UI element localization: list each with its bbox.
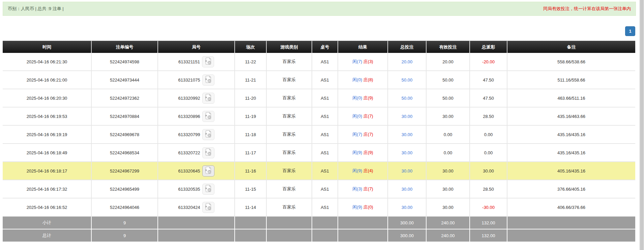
bet-id-cell: 522424969678 [92, 126, 158, 144]
video-record-icon [204, 203, 212, 212]
result-cell: 闲(9) 庄(9) [338, 144, 388, 162]
subtotal-empty-table [312, 217, 338, 229]
time-cell: 2025-04-16 06:18:17 [3, 162, 92, 180]
time-cell: 2025-04-16 06:16:52 [3, 198, 92, 217]
total-label: 总计 [3, 229, 92, 242]
table-id-cell: AS1 [312, 162, 338, 180]
total-empty-remark [507, 229, 635, 242]
col-game-type: 游戏类别 [267, 41, 312, 53]
video-record-icon [204, 185, 212, 193]
payout-cell: 28.50 [470, 180, 507, 198]
video-replay-button[interactable] [202, 202, 214, 213]
round-id: 613321151 [178, 59, 200, 64]
round-cell: 613320799 [158, 126, 235, 144]
col-time: 时间 [3, 41, 92, 53]
total-bet-cell: 30.00 [388, 180, 427, 198]
scrollbar-thumb[interactable] [640, 0, 644, 250]
total-bet-cell: 30.00 [388, 107, 427, 126]
round-cell: 613320992 [158, 89, 235, 107]
notice-message-text: 同局有效投注，统一计算在该局第一张注单内 [543, 6, 631, 12]
session-cell: 11-21 [235, 71, 267, 89]
round-cell: 613320424 [158, 198, 235, 217]
video-replay-button[interactable] [202, 129, 214, 140]
remark-cell: 511.16/558.66 [507, 71, 635, 89]
valid-bet-cell: 50.00 [427, 71, 470, 89]
header-row: 时间注单编号局号场次游戏类别桌号结果总投注有效投注总派彩备注 [3, 41, 635, 53]
col-bet-id: 注单编号 [92, 41, 158, 53]
result-player: 闲(0) [352, 114, 362, 119]
session-cell: 11-20 [235, 89, 267, 107]
table-id-cell: AS1 [312, 107, 338, 126]
time-cell: 2025-04-16 06:19:19 [3, 126, 92, 144]
time-cell: 2025-04-16 06:21:00 [3, 71, 92, 89]
table-id-cell: AS1 [312, 180, 338, 198]
result-player: 闲(0) [352, 95, 362, 100]
session-cell: 11-18 [235, 126, 267, 144]
subtotal-empty-remark [507, 217, 635, 229]
round-id: 613320535 [178, 187, 200, 192]
total-count: 9 [92, 229, 158, 242]
bet-id-cell: 522424964046 [92, 198, 158, 217]
result-player: 闲(7) [352, 59, 362, 64]
session-cell: 11-22 [235, 53, 267, 71]
round-id: 613320896 [178, 114, 200, 119]
video-replay-button[interactable] [202, 93, 214, 104]
table-row: 2025-04-16 06:18:49522424968534613320722… [3, 144, 635, 162]
round-id: 613320645 [178, 168, 200, 174]
remark-cell: 558.66/538.66 [507, 53, 635, 71]
subtotal-valid-bet: 240.00 [427, 217, 470, 229]
video-replay-button[interactable] [202, 184, 214, 195]
subtotal-payout: 132.00 [470, 217, 507, 229]
col-payout: 总派彩 [470, 41, 507, 53]
video-replay-button[interactable] [202, 111, 214, 122]
table-row: 2025-04-16 06:16:52522424964046613320424… [3, 198, 635, 217]
video-replay-button[interactable] [202, 165, 214, 177]
video-replay-button[interactable] [202, 74, 214, 86]
subtotal-empty-result [338, 217, 388, 229]
col-table: 桌号 [312, 41, 338, 53]
game-type-cell: 百家乐 [267, 198, 312, 217]
payout-cell: 47.50 [470, 89, 507, 107]
time-cell: 2025-04-16 06:18:49 [3, 144, 92, 162]
round-cell: 613321151 [158, 53, 235, 71]
time-cell: 2025-04-16 06:20:30 [3, 89, 92, 107]
valid-bet-cell: 30.00 [427, 162, 470, 180]
result-player: 闲(0) [352, 77, 362, 82]
video-replay-button[interactable] [202, 56, 214, 67]
round-cell: 613321075 [158, 71, 235, 89]
total-bet-cell: 20.00 [388, 53, 427, 71]
table-row: 2025-04-16 06:21:30522424974598613321151… [3, 53, 635, 71]
payout-cell: 28.50 [470, 107, 507, 126]
total-empty-round [158, 229, 235, 242]
col-remark: 备注 [507, 41, 635, 53]
game-type-cell: 百家乐 [267, 144, 312, 162]
time-cell: 2025-04-16 06:17:32 [3, 180, 92, 198]
remark-cell: 463.66/511.16 [507, 89, 635, 107]
remark-cell: 406.66/376.66 [507, 198, 635, 217]
result-cell: 闲(3) 庄(7) [338, 180, 388, 198]
video-record-icon [204, 94, 212, 102]
payout-cell: 30.00 [470, 162, 507, 180]
vertical-scrollbar[interactable] [639, 0, 644, 250]
video-record-icon [204, 112, 212, 121]
video-replay-button[interactable] [202, 147, 214, 158]
result-cell: 闲(9) 庄(0) [338, 198, 388, 217]
result-cell: 闲(7) 庄(3) [338, 53, 388, 71]
subtotal-total-bet: 300.00 [388, 217, 427, 229]
result-banker: 庄(9) [363, 95, 373, 100]
total-bet-cell: 30.00 [388, 126, 427, 144]
total-payout: 132.00 [470, 229, 507, 242]
total-bet-cell: 50.00 [388, 71, 427, 89]
subtotal-empty-game-type [267, 217, 312, 229]
table-row: 2025-04-16 06:19:19522424969678613320799… [3, 126, 635, 144]
table-id-cell: AS1 [312, 144, 338, 162]
video-record-icon [204, 130, 212, 139]
pagination-page-button[interactable]: 1 [625, 26, 635, 36]
total-empty-session [235, 229, 267, 242]
col-round: 局号 [158, 41, 235, 53]
table-row: 2025-04-16 06:18:17522424967299613320645… [3, 162, 635, 180]
result-player: 闲(9) [352, 150, 362, 155]
total-bet-cell: 30.00 [388, 144, 427, 162]
round-id: 613320799 [178, 132, 200, 137]
remark-cell: 435.16/435.16 [507, 144, 635, 162]
